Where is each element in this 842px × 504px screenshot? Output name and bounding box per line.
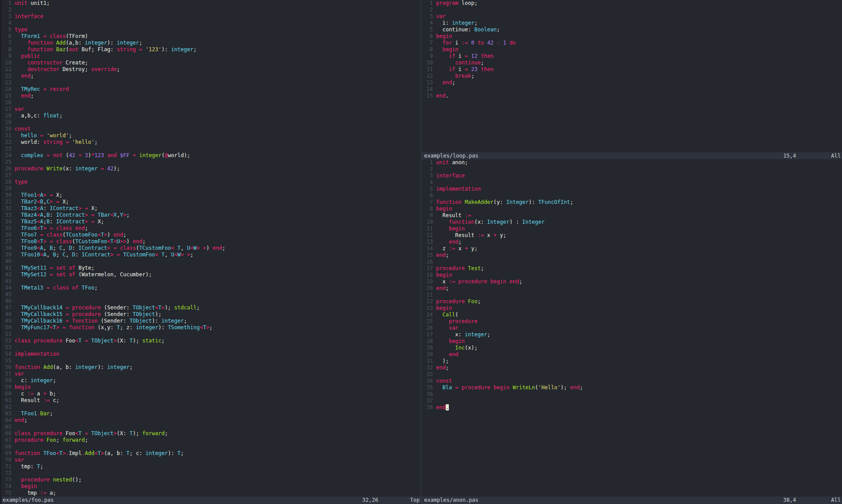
code-line: 70var [2,457,421,463]
code-line: 56function Add(a, b: integer): integer; [2,364,421,371]
code-line: 69function TFoo<T>.Impl.Add<T>(a, b: T; … [2,450,421,457]
code-line [423,119,842,126]
line-number: 62 [2,404,11,410]
editor-pane-anon[interactable]: 1unit anon;23interface45implementation67… [421,159,842,496]
code-line: 37 TFoo8<T> = class(TCustomFoo<T<U>>) en… [2,238,421,245]
line-number: 12 [2,73,11,79]
line-number: 56 [2,364,11,371]
line-number: 37 [423,398,433,404]
code-line: 3interface [2,13,421,20]
line-number: 7 [423,40,433,46]
line-number: 30 [2,192,11,199]
line-number: 30 [423,351,433,358]
code-line: 1unit unit1; [2,0,421,7]
statusline-foo[interactable]: examples/foo.pas 32,26 Top [0,496,421,504]
line-number: 49 [2,318,11,324]
line-number: 33 [423,371,433,378]
code-line: 3var [423,13,842,20]
statusline-anon[interactable]: examples/anon.pas 38,4 All [421,496,842,504]
line-number: 21 [423,292,433,298]
line-number: 26 [423,325,433,331]
code-line: 10 constructor Create; [2,60,421,66]
code-line: 13 end; [423,79,842,86]
line-number: 20 [2,126,11,132]
code-line: 47 TMyCallback14 = procedure (Sender: TO… [2,305,421,311]
code-line: 3interface [423,173,842,179]
line-number: 13 [2,79,11,86]
code-line: 29 Inc(x); [423,345,842,351]
code-line: 18 a,b,c: float; [2,113,421,119]
line-number: 2 [2,7,11,13]
code-line [423,464,842,470]
line-number: 3 [2,13,11,20]
line-number: 14 [423,245,433,252]
line-number: 69 [2,450,11,457]
line-number: 36 [2,232,11,238]
code-line [423,139,842,146]
line-number: 25 [423,318,433,325]
code-line: 67procedure Foo; forward; [2,437,421,444]
line-number: 4 [423,20,433,26]
editor-pane-foo[interactable]: 1unit unit1;23interface45type6 TForm1 = … [0,0,421,496]
right-split: 1program loop;23var4 i: integer;5 contin… [421,0,842,504]
line-number: 23 [2,146,11,152]
line-number: 6 [423,192,433,199]
code-line: 20end; [423,285,842,292]
code-line: 52class procedure Foo<T = TObject>(X: T)… [2,338,421,344]
code-line [423,451,842,457]
code-line: 45 [2,291,421,298]
line-number: 73 [2,477,11,483]
line-number: 68 [2,444,11,450]
code-line [423,457,842,464]
line-number: 6 [423,33,433,40]
code-line: 15end. [423,93,842,99]
code-line: 41 TMySet11 = set of Byte; [2,265,421,271]
statusline-filename-loop: examples/loop.pas [424,152,783,159]
editor-pane-loop[interactable]: 1program loop;23var4 i: integer;5 contin… [421,0,842,152]
code-line: 1program loop; [423,0,842,7]
line-number: 11 [2,66,11,73]
code-line [423,99,842,106]
line-number: 35 [2,225,11,232]
code-line: 73 procedure nested(); [2,477,421,483]
line-number: 19 [423,278,433,285]
code-line [423,106,842,113]
line-number: 15 [2,93,11,99]
code-line: 32end; [423,365,842,371]
line-number: 8 [423,206,433,212]
code-line: 75 tmp := a; [2,490,421,496]
line-number: 9 [423,212,433,219]
line-number: 72 [2,470,11,477]
line-number: 40 [2,258,11,265]
code-line: 1unit anon; [423,159,842,166]
code-line: 11 begin [423,226,842,232]
line-number: 22 [2,139,11,146]
statusline-filename-anon: examples/anon.pas [424,496,783,504]
code-line: 10 continue; [423,60,842,66]
code-line: 24 Call( [423,312,842,318]
code-line: 58 c: integer; [2,377,421,384]
code-line: 54implementation [2,351,421,357]
line-number: 61 [2,397,11,404]
line-number: 6 [2,33,11,40]
code-line: 35 Bla = procedure begin WriteLn('Hello'… [423,384,842,391]
code-line [423,132,842,139]
statusline-loop[interactable]: examples/loop.pas 15,4 All [421,152,842,159]
line-number: 65 [2,424,11,430]
line-number: 52 [2,338,11,344]
line-number: 8 [2,46,11,53]
line-number: 39 [2,252,11,258]
line-number: 15 [423,93,433,99]
scroll-indicator-foo: Top [410,496,420,504]
cursor-position-foo: 32,26 [362,496,378,504]
code-line [423,411,842,417]
line-number: 17 [2,106,11,113]
code-line: 74 begin [2,483,421,490]
line-number: 28 [2,179,11,185]
code-line: 12 end; [2,73,421,79]
line-number: 8 [423,46,433,53]
line-number: 33 [2,212,11,218]
line-number: 4 [423,179,433,186]
line-number: 75 [2,490,11,496]
code-line [423,477,842,484]
